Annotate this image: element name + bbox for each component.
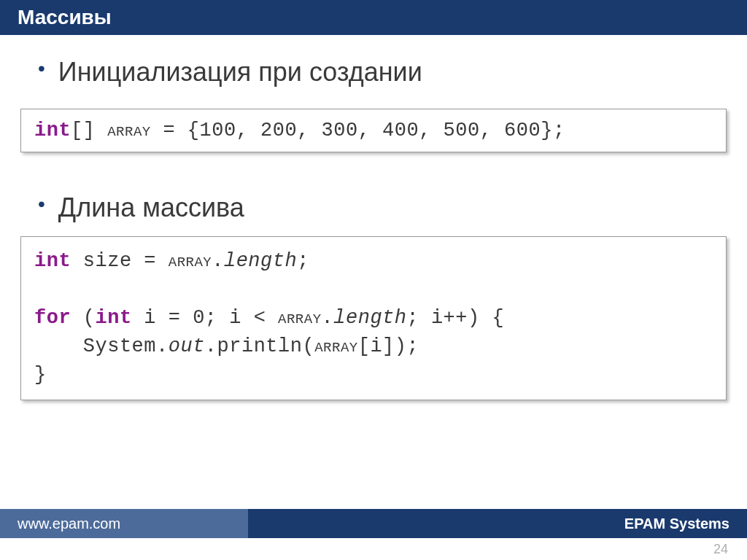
footer-url: www.epam.com (0, 509, 248, 538)
slide-title: Массивы (18, 6, 112, 28)
bullet-text-1: Инициализация при создании (58, 57, 422, 87)
slide-content: • Инициализация при создании int[] array… (0, 35, 747, 444)
bullet-dot-icon: • (38, 57, 45, 80)
bullet-item-2: • Длина массива (20, 192, 727, 222)
code-block-2: int size = array.length;for (int i = 0; … (20, 236, 727, 401)
code-block-1: int[] array = {100, 200, 300, 400, 500, … (20, 109, 727, 152)
slide-footer: www.epam.com EPAM Systems (0, 509, 747, 538)
slide-header: Массивы (0, 0, 747, 35)
page-number: 24 (713, 542, 728, 557)
bullet-text-2: Длина массива (58, 192, 244, 222)
bullet-item-1: • Инициализация при создании (20, 57, 727, 87)
footer-company: EPAM Systems (248, 509, 747, 538)
bullet-dot-icon: • (38, 192, 45, 216)
